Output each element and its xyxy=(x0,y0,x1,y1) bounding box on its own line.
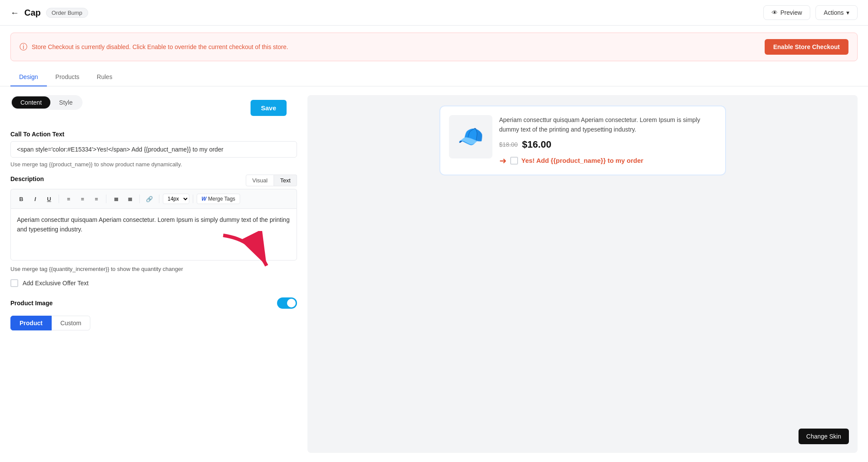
chevron-down-icon: ▾ xyxy=(846,9,849,16)
info-icon: ⓘ xyxy=(20,42,27,52)
align-left-button[interactable]: ≡ xyxy=(63,193,75,205)
style-toggle-button[interactable]: Style xyxy=(50,96,81,109)
merge-tags-label: Merge Tags xyxy=(208,196,235,202)
product-button[interactable]: Product xyxy=(10,316,52,330)
merge-tags-button[interactable]: W Merge Tags xyxy=(197,194,240,204)
bump-price-row: $18.00 $16.00 xyxy=(499,139,716,150)
italic-button[interactable]: I xyxy=(29,193,41,205)
header: ← Cap Order Bump 👁 Preview Actions ▾ xyxy=(0,0,868,26)
tab-design[interactable]: Design xyxy=(10,68,47,86)
bump-arrow-icon: ➜ xyxy=(499,155,507,166)
tab-products[interactable]: Products xyxy=(47,68,88,86)
bump-cta-checkbox[interactable] xyxy=(510,157,518,165)
editor-toolbar: B I U ≡ ≡ ≡ ≣ ≣ 🔗 14px 12px 16px 18px W … xyxy=(10,189,297,208)
eye-icon: 👁 xyxy=(772,9,778,16)
product-image-row: Product Image xyxy=(10,297,297,309)
back-button[interactable]: ← xyxy=(10,8,19,18)
header-left: ← Cap Order Bump xyxy=(10,8,88,18)
content-toggle-button[interactable]: Content xyxy=(12,96,50,109)
content-style-toggle: Content Style xyxy=(10,95,83,110)
enable-store-checkout-button[interactable]: Enable Store Checkout xyxy=(765,39,848,55)
alert-left: ⓘ Store Checkout is currently disabled. … xyxy=(20,42,288,52)
change-skin-button[interactable]: Change Skin xyxy=(799,429,849,444)
original-price: $18.00 xyxy=(499,141,518,148)
unordered-list-button[interactable]: ≣ xyxy=(110,193,122,205)
editor-body[interactable]: Aperiam consecttur quisquam Aperiam cons… xyxy=(10,208,297,261)
alert-banner: ⓘ Store Checkout is currently disabled. … xyxy=(10,33,858,61)
main-content: Content Style Save Call To Action Text U… xyxy=(0,86,868,462)
bump-card-content: Aperiam consecttur quisquam Aperiam cons… xyxy=(499,115,716,166)
toolbar-divider-4 xyxy=(159,195,159,203)
bold-button[interactable]: B xyxy=(15,193,27,205)
text-toggle-button[interactable]: Text xyxy=(274,175,297,186)
actions-button[interactable]: Actions ▾ xyxy=(815,5,858,20)
exclusive-offer-checkbox[interactable] xyxy=(10,279,18,287)
order-bump-badge: Order Bump xyxy=(46,8,88,18)
tab-rules[interactable]: Rules xyxy=(88,68,121,86)
alert-message: Store Checkout is currently disabled. Cl… xyxy=(32,43,288,50)
save-button[interactable]: Save xyxy=(251,100,287,116)
exclusive-offer-label: Add Exclusive Offer Text xyxy=(23,280,89,287)
sale-price: $16.00 xyxy=(522,139,551,150)
align-center-button[interactable]: ≡ xyxy=(76,193,89,205)
link-button[interactable]: 🔗 xyxy=(143,193,155,205)
header-right: 👁 Preview Actions ▾ xyxy=(763,5,858,20)
bump-cta-text: Yes! Add {{product_name}} to my order xyxy=(521,157,644,164)
align-right-button[interactable]: ≡ xyxy=(90,193,102,205)
product-image-label: Product Image xyxy=(10,300,53,307)
page-title: Cap xyxy=(24,8,41,18)
cta-label: Call To Action Text xyxy=(10,131,297,138)
preview-label: Preview xyxy=(780,9,802,16)
toolbar-divider-1 xyxy=(59,195,59,203)
toolbar-divider-5 xyxy=(193,195,193,203)
cap-icon: 🧢 xyxy=(458,125,484,149)
toolbar-divider-3 xyxy=(139,195,140,203)
toolbar-divider-2 xyxy=(106,195,106,203)
description-label: Description xyxy=(10,175,44,182)
cta-hint: Use merge tag {{product_name}} to show p… xyxy=(10,161,297,168)
actions-label: Actions xyxy=(824,9,844,16)
bump-card-image: 🧢 xyxy=(449,115,492,158)
visual-toggle-button[interactable]: Visual xyxy=(246,175,274,186)
cta-input[interactable] xyxy=(10,141,297,158)
product-image-toggle[interactable] xyxy=(277,297,297,309)
exclusive-offer-row: Add Exclusive Offer Text xyxy=(10,279,297,287)
tabs: Design Products Rules xyxy=(0,68,868,86)
bump-card: 🧢 Aperiam consecttur quisquam Aperiam co… xyxy=(439,106,726,175)
description-header: Description Visual Text xyxy=(10,175,297,186)
left-panel: Content Style Save Call To Action Text U… xyxy=(10,95,297,453)
bump-cta-row: ➜ Yes! Add {{product_name}} to my order xyxy=(499,155,716,166)
top-controls: Content Style Save xyxy=(10,95,297,120)
preview-button[interactable]: 👁 Preview xyxy=(763,5,810,20)
product-custom-toggle: Product Custom xyxy=(10,316,90,330)
custom-button[interactable]: Custom xyxy=(52,316,90,330)
bump-description: Aperiam consecttur quisquam Aperiam cons… xyxy=(499,115,716,135)
quantity-hint: Use merge tag {{quantity_incrementer}} t… xyxy=(10,266,297,272)
underline-button[interactable]: U xyxy=(43,193,55,205)
w-brand-icon: W xyxy=(201,196,206,202)
visual-text-toggle: Visual Text xyxy=(246,175,297,186)
ordered-list-button[interactable]: ≣ xyxy=(124,193,136,205)
right-panel: 🧢 Aperiam consecttur quisquam Aperiam co… xyxy=(307,95,858,453)
font-size-select[interactable]: 14px 12px 16px 18px xyxy=(163,194,189,204)
